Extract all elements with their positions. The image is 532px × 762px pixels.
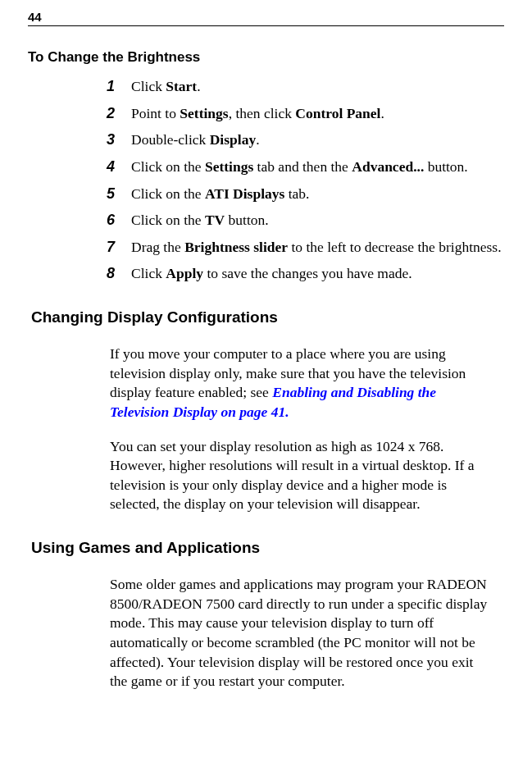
step-number: 5 <box>107 185 131 203</box>
step-5: 5Click on the ATI Displays tab. <box>107 185 504 204</box>
step-text: Drag the Brightness slider to the left t… <box>131 238 502 258</box>
step-6: 6Click on the TV button. <box>107 211 504 230</box>
step-3: 3Double-click Display. <box>107 130 504 150</box>
step-text: Click Start. <box>131 77 201 97</box>
section-to-change-brightness: To Change the Brightness 1Click Start.2P… <box>28 49 504 284</box>
para-changing-display-1: If you move your computer to a place whe… <box>110 344 488 422</box>
step-text: Click on the Settings tab and then the A… <box>131 157 468 177</box>
step-number: 7 <box>107 238 131 257</box>
step-text: Click Apply to save the changes you have… <box>131 264 412 284</box>
step-number: 1 <box>107 77 131 96</box>
page-header: 44 <box>28 10 504 26</box>
step-number: 6 <box>107 211 131 230</box>
steps-list: 1Click Start.2Point to Settings, then cl… <box>107 77 504 284</box>
step-7: 7Drag the Brightness slider to the left … <box>107 238 504 258</box>
heading-using-games: Using Games and Applications <box>31 539 504 557</box>
step-4: 4Click on the Settings tab and then the … <box>107 157 504 177</box>
step-8: 8Click Apply to save the changes you hav… <box>107 264 504 284</box>
step-2: 2Point to Settings, then click Control P… <box>107 104 504 124</box>
step-number: 2 <box>107 104 131 123</box>
step-1: 1Click Start. <box>107 77 504 97</box>
page-number: 44 <box>28 10 42 24</box>
section-title-brightness: To Change the Brightness <box>28 49 504 66</box>
step-text: Point to Settings, then click Control Pa… <box>131 104 384 124</box>
para-changing-display-2: You can set your display resolution as h… <box>110 437 488 515</box>
step-text: Click on the ATI Displays tab. <box>131 185 309 204</box>
step-text: Double-click Display. <box>131 130 260 150</box>
step-text: Click on the TV button. <box>131 211 269 230</box>
section-using-games: Using Games and Applications Some older … <box>28 539 504 691</box>
step-number: 3 <box>107 130 131 149</box>
heading-changing-display: Changing Display Configurations <box>31 308 504 326</box>
step-number: 8 <box>107 264 131 283</box>
section-changing-display: Changing Display Configurations If you m… <box>28 308 504 514</box>
para-using-games-1: Some older games and applications may pr… <box>110 575 488 691</box>
step-number: 4 <box>107 157 131 176</box>
